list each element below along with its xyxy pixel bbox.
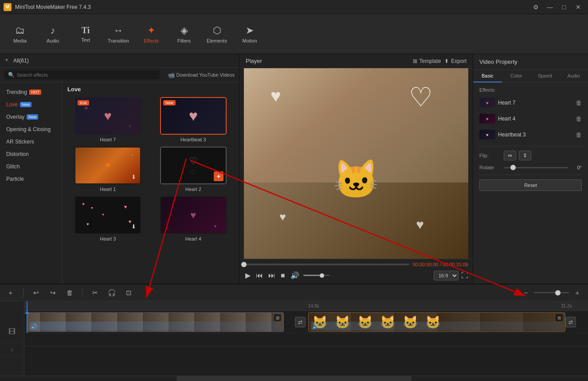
redo-btn[interactable]: ↪ xyxy=(47,287,59,299)
aspect-ratio-select[interactable]: 16:9 xyxy=(434,271,459,280)
delete-btn[interactable]: 🗑 xyxy=(63,287,76,299)
app-name: MiniTool MovieMaker Free 7.4.3 xyxy=(15,4,91,10)
maximize-button[interactable]: □ xyxy=(558,2,570,12)
effect-heart2[interactable]: ♡ ♡ + Heart 2 xyxy=(153,147,234,192)
tab-basic[interactable]: Basic xyxy=(473,70,502,82)
delete-effect-heart4[interactable]: 🗑 xyxy=(576,115,582,122)
download-heart1-btn[interactable]: ⬇ xyxy=(129,172,138,181)
effect-name-heart3: Heart 3 xyxy=(100,236,116,241)
rotate-controls: 0° xyxy=(504,165,582,170)
timeline-area: + ↩ ↪ 🗑 ✂ 🎧 ⊡ − + 🎞 ♪ xyxy=(0,284,588,381)
applied-effect-name-heart4: Heart 4 xyxy=(498,116,573,122)
rotate-label: Rotate: xyxy=(479,165,504,170)
video-track-label: 🎞 xyxy=(0,321,24,343)
progress-bar[interactable] xyxy=(244,264,409,265)
reset-button[interactable]: Reset xyxy=(479,179,582,191)
effect-name-heart7: Heart 7 xyxy=(100,137,116,142)
toolbar: 🗂 Media ♪ Audio Ti Text ↔ Transition ✦ E… xyxy=(0,14,588,54)
volume-slider[interactable] xyxy=(303,275,330,276)
prev-frame-button[interactable]: ⏮ xyxy=(255,270,264,281)
next-frame-button[interactable]: ⏭ xyxy=(267,270,277,281)
effect-heart7[interactable]: true ♥ ♥ ♥ Heart 7 xyxy=(67,97,149,142)
player-title: Player xyxy=(246,58,262,64)
add-heart2-btn[interactable]: + xyxy=(214,171,223,181)
media-icon: 🗂 xyxy=(15,25,25,36)
toolbar-media[interactable]: 🗂 Media xyxy=(4,17,35,51)
play-button[interactable]: ▶ xyxy=(244,270,252,281)
progress-thumb[interactable] xyxy=(241,262,247,267)
category-ar[interactable]: AR Stickers xyxy=(0,136,62,148)
video-clip-2[interactable]: 🐱 🐱 🐱 🐱 🐱 🐱 ⊞ 🔊 xyxy=(308,312,565,332)
toolbar-motion[interactable]: ➤ Motion xyxy=(234,17,265,51)
effect-thumb-heart1: ♥ ♥ ⬇ xyxy=(74,147,141,184)
audio-btn[interactable]: 🎧 xyxy=(106,287,118,299)
category-particle[interactable]: Particle xyxy=(0,173,62,185)
toolbar-filters[interactable]: ◈ Filters xyxy=(169,17,200,51)
transfer-btn-1[interactable]: ⇄ xyxy=(295,317,306,327)
crop-btn[interactable]: ⊡ xyxy=(122,287,135,299)
all-effects-toggle[interactable]: ▼ xyxy=(4,58,11,64)
elements-icon: ⬡ xyxy=(213,25,221,36)
add-media-btn[interactable]: + xyxy=(4,287,17,299)
search-input[interactable] xyxy=(17,72,70,78)
toolbar-elements[interactable]: ⬡ Elements xyxy=(201,17,232,51)
undo-btn[interactable]: ↩ xyxy=(30,287,42,299)
category-glitch[interactable]: Glitch xyxy=(0,160,62,173)
export-btn[interactable]: ⬆ Export xyxy=(444,58,466,64)
media-label: Media xyxy=(13,38,27,43)
effect-heart1[interactable]: ♥ ♥ ⬇ Heart 1 xyxy=(67,147,149,192)
effect-heart3[interactable]: ♥ ♥ ♥ ♥ ♥ ♥ ⬇ Heart 3 xyxy=(67,196,149,241)
fullscreen-button[interactable]: ⛶ xyxy=(461,272,468,280)
category-distortion[interactable]: Distortion xyxy=(0,148,62,160)
volume-button[interactable]: 🔊 xyxy=(289,270,301,281)
toolbar-effects[interactable]: ✦ Effects xyxy=(136,17,167,51)
tab-color[interactable]: Color xyxy=(502,70,531,82)
download-youtube-btn[interactable]: 📹 Download YouTube Videos xyxy=(168,72,235,78)
zoom-out-btn[interactable]: − xyxy=(520,287,532,299)
effects-label: Effects xyxy=(144,38,158,43)
trending-badge: HOT xyxy=(29,89,41,95)
category-love[interactable]: Love New xyxy=(0,98,62,111)
category-opening[interactable]: Opening & Closing xyxy=(0,123,62,136)
stop-button[interactable]: ■ xyxy=(279,270,286,281)
delete-effect-heartbeat3[interactable]: 🗑 xyxy=(576,131,582,138)
divider-1 xyxy=(479,146,582,146)
download-heart3-btn[interactable]: ⬇ xyxy=(129,222,138,231)
video-clip-1[interactable]: ⊞ 🔊 xyxy=(27,312,284,332)
toolbar-text[interactable]: Ti Text xyxy=(70,17,101,51)
zoom-in-btn[interactable]: + xyxy=(571,287,584,299)
toolbar-transition[interactable]: ↔ Transition xyxy=(103,17,134,51)
heart-overlay-br: ♥ xyxy=(416,217,424,232)
delete-effect-heart7[interactable]: 🗑 xyxy=(576,99,582,106)
title-bar: M MiniTool MovieMaker Free 7.4.3 ⚙ — □ ✕ xyxy=(0,0,588,14)
timeline-scrollbar[interactable] xyxy=(0,376,588,381)
applied-effect-name-heart7: Heart 7 xyxy=(498,100,573,106)
flip-horizontal-btn[interactable]: ⇔ xyxy=(504,151,516,160)
settings-button[interactable]: ⚙ xyxy=(529,2,542,12)
download-label: Download YouTube Videos xyxy=(176,72,235,78)
effect-heartbeat3[interactable]: New ♥ Heartbeat 3 xyxy=(153,97,234,142)
effect-heart4[interactable]: ♥ ♥ Heart 4 xyxy=(153,196,234,241)
flip-vertical-btn[interactable]: ⇕ xyxy=(519,151,531,160)
player-controls: 00:00:00:00 / 00:00:31:06 ▶ ⏮ ⏭ ■ 🔊 xyxy=(239,259,473,284)
search-icon: 🔍 xyxy=(8,72,15,78)
tab-audio[interactable]: Audio xyxy=(559,70,588,82)
category-trending[interactable]: Trending HOT xyxy=(0,86,62,98)
rotate-slider[interactable] xyxy=(504,167,568,168)
transfer-btn-2[interactable]: ⇄ xyxy=(565,317,576,327)
close-button[interactable]: ✕ xyxy=(572,2,584,12)
all-effects-label: All(61) xyxy=(13,58,29,64)
tab-speed[interactable]: Speed xyxy=(531,70,560,82)
category-overlay[interactable]: Overlay New xyxy=(0,111,62,123)
cut-btn[interactable]: ✂ xyxy=(89,287,101,299)
minimize-button[interactable]: — xyxy=(544,2,556,12)
zoom-slider[interactable] xyxy=(534,292,569,293)
flip-label: Flip: xyxy=(479,153,504,158)
toolbar-audio[interactable]: ♪ Audio xyxy=(37,17,68,51)
video-property-title: Video Property xyxy=(473,54,588,70)
effect-name-heart1: Heart 1 xyxy=(100,187,116,192)
applied-effect-name-heartbeat3: Heartbeat 3 xyxy=(498,132,573,138)
rotate-value: 0° xyxy=(571,165,582,170)
filters-icon: ◈ xyxy=(180,25,188,36)
template-btn[interactable]: ⊞ Template xyxy=(413,58,441,64)
